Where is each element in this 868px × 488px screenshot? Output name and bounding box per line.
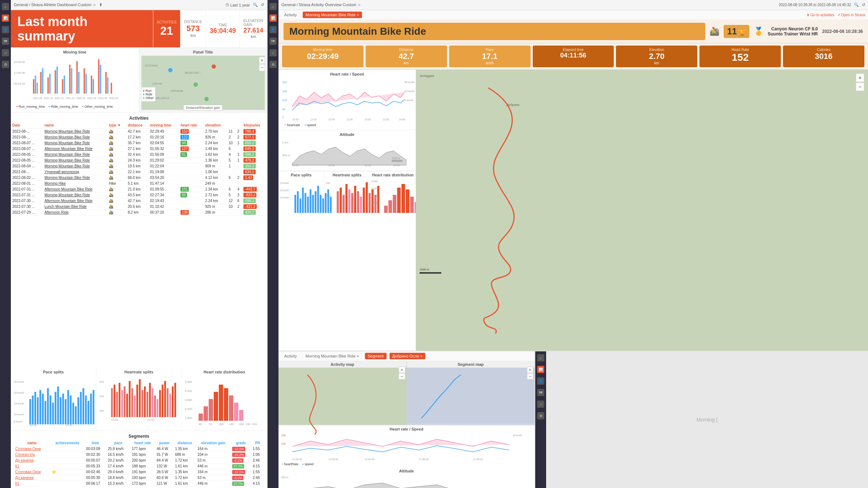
br-nav-3[interactable]: 👤 xyxy=(537,377,544,385)
th-date[interactable]: Date xyxy=(11,122,43,129)
table-row[interactable]: 2022-07-31 ... Morning Mountain Bike Rid… xyxy=(11,192,267,198)
nav-icon-settings[interactable]: ⚙ xyxy=(2,61,9,68)
seg-td-name[interactable]: Столовая Окни xyxy=(14,469,50,475)
table-row[interactable]: 2022-08-02 ... Morning Mountain Bike Rid… xyxy=(11,175,267,181)
th-elevation[interactable]: elevation xyxy=(204,122,227,129)
table-row[interactable]: 2022-07-31 ... Afternoon Mountain Bike R… xyxy=(11,187,267,192)
topbar-icon-share[interactable]: ⬆ xyxy=(99,3,102,7)
seg-th-time[interactable]: time xyxy=(85,440,106,446)
td-name[interactable]: Afternoon Mountain Bike Ride xyxy=(43,146,107,152)
table-row[interactable]: Столовая Окни ⭐ 00:02:46 29.4 km/h 191 b… xyxy=(14,469,264,475)
right-nav-icon-1[interactable]: ⌂ xyxy=(269,3,277,10)
td-name[interactable]: Morning Mountain Bike Ride xyxy=(43,134,107,140)
th-heart-rate[interactable]: heart rate xyxy=(179,122,204,129)
td-name[interactable]: Morning Mountain Bike Ride xyxy=(43,129,107,134)
nav-icon-chart[interactable]: 📊 xyxy=(2,14,9,22)
right-map-zoom-out[interactable]: − xyxy=(856,82,864,91)
tab-activity[interactable]: Activity xyxy=(281,12,300,18)
seg-tab-segment[interactable]: Segment xyxy=(365,353,387,359)
table-row[interactable]: 2022-08-07 ... Afternoon Mountain Bike R… xyxy=(11,146,267,152)
nav-icon-map[interactable]: 🗺 xyxy=(2,38,9,45)
right-nav-icon-4[interactable]: 🗺 xyxy=(269,38,277,45)
td-name[interactable]: Morning Hike xyxy=(43,181,107,187)
td-name[interactable]: Afternoon Ride xyxy=(43,210,107,215)
td-name[interactable]: Lunch Mountain Bike Ride xyxy=(43,204,107,210)
th-type[interactable]: type ▼ xyxy=(107,122,126,129)
topbar-icon-refresh[interactable]: ↺ xyxy=(261,3,264,7)
table-row[interactable]: 2022-08-07 ... Morning Mountain Bike Rid… xyxy=(11,140,267,146)
br-nav-2[interactable]: 📊 xyxy=(537,366,544,373)
seg-th-grade[interactable]: grade xyxy=(231,440,251,446)
map-zoom-out[interactable]: − xyxy=(259,64,265,71)
tab-activity-item[interactable]: Morning Mountain Bike Ride × xyxy=(303,12,362,18)
seg-td-name[interactable]: К1 xyxy=(14,481,50,487)
seg-td-name[interactable]: К1 xyxy=(14,463,50,469)
seg-td-name[interactable]: До канатки xyxy=(14,458,50,463)
nav-icon-person[interactable]: 👤 xyxy=(2,26,9,33)
seg-th-elev[interactable]: elevation gain xyxy=(196,440,231,446)
td-name[interactable]: Morning Mountain Bike Ride xyxy=(43,163,107,169)
activity-mini-zoom-out[interactable]: − xyxy=(399,373,405,380)
table-row[interactable]: 2022-08-... Morning Mountain Bike Ride 🚵… xyxy=(11,129,267,134)
segment-mini-zoom-out[interactable]: − xyxy=(527,373,533,380)
th-kj[interactable]: kilojoules xyxy=(242,122,267,129)
seg-th-hr[interactable]: heart rate xyxy=(130,440,155,446)
right-topbar-search[interactable]: 🔍 xyxy=(854,3,859,7)
td-name[interactable]: Утренний велопоход xyxy=(43,169,107,175)
td-name[interactable]: Morning Mountain Bike Ride xyxy=(43,158,107,163)
table-row[interactable]: Crimean trip 00:02:30 16.5 km/h 191 bpm … xyxy=(14,452,264,458)
table-row[interactable]: Столовая Окни 00:03:09 25.8 km/h 177 bpm… xyxy=(14,446,264,452)
th-distance[interactable]: distance xyxy=(126,122,148,129)
seg-th-achievements[interactable]: achievements xyxy=(50,440,85,446)
table-row[interactable]: 2022-08-... Утренний велопоход 🚵 22.1 km… xyxy=(11,169,267,175)
open-in-strava-link[interactable]: ↗ Open in Strava xyxy=(837,13,865,17)
seg-th-dist[interactable]: distance xyxy=(174,440,196,446)
seg-td-name[interactable]: Столовая Окни xyxy=(14,446,50,452)
right-topbar-refresh[interactable]: ↺ xyxy=(862,3,865,7)
table-row[interactable]: 2022-07-29 ... Afternoon Ride 🚵 8.2 km 0… xyxy=(11,210,267,215)
th-moving-time[interactable]: moving time xyxy=(149,122,179,129)
seg-th-name[interactable]: name xyxy=(14,440,50,446)
topbar-icon-zoom[interactable]: 🔍 xyxy=(253,3,258,7)
td-name[interactable]: Afternoon Mountain Bike Ride xyxy=(43,198,107,204)
segment-mini-zoom-in[interactable]: + xyxy=(527,367,533,373)
seg-tab-dobrino[interactable]: Добрино Осле × xyxy=(390,353,426,359)
br-nav-4[interactable]: 🗺 xyxy=(537,389,544,396)
table-row[interactable]: До канатки 00:05:07 20.2 km/h 200 bpm 84… xyxy=(14,458,264,463)
th-col9[interactable] xyxy=(236,122,242,129)
br-nav-5[interactable]: ☆ xyxy=(537,401,544,408)
seg-td-name[interactable]: Crimean trip xyxy=(14,452,50,458)
td-name[interactable]: Morning Mountain Bike Ride xyxy=(43,192,107,198)
td-name[interactable]: Morning Mountain Bike Ride xyxy=(43,175,107,181)
td-name[interactable]: Morning Mountain Bike Ride xyxy=(43,140,107,146)
activity-mini-zoom-in[interactable]: + xyxy=(399,367,405,373)
seg-th-pace[interactable]: pace xyxy=(106,440,130,446)
br-nav-1[interactable]: ⌂ xyxy=(537,354,544,361)
right-nav-icon-3[interactable]: 👤 xyxy=(269,26,277,33)
table-row[interactable]: 2022-08-01 ... Morning Hike Hike 5.1 km … xyxy=(11,181,267,187)
br-nav-6[interactable]: ⚙ xyxy=(537,412,544,419)
table-row[interactable]: 2022-07-30 ... Afternoon Mountain Bike R… xyxy=(11,198,267,204)
td-name[interactable]: Afternoon Mountain Bike Ride xyxy=(43,187,107,192)
right-nav-icon-2[interactable]: 📊 xyxy=(269,14,277,22)
table-row[interactable]: К1 00:06:17 15.3 km/h 173 bpm 121 W 1.61… xyxy=(14,481,264,487)
table-row[interactable]: 2022-08-05 ... Morning Mountain Bike Rid… xyxy=(11,158,267,163)
nav-icon-home[interactable]: ⌂ xyxy=(2,3,9,10)
table-row[interactable]: До канатки 00:05:30 18.8 km/h 193 bpm 60… xyxy=(14,475,264,481)
seg-th-pr[interactable]: PR xyxy=(251,440,264,446)
td-name[interactable]: Morning Mountain Bike Ride xyxy=(43,152,107,158)
table-row[interactable]: 2022-07-30 ... Lunch Mountain Bike Ride … xyxy=(11,204,267,210)
table-row[interactable]: К1 00:05:33 17.4 km/h 188 bpm 132 W 1.61… xyxy=(14,463,264,469)
nav-icon-star[interactable]: ☆ xyxy=(2,49,9,56)
seg-th-power[interactable]: power xyxy=(155,440,174,446)
right-nav-icon-6[interactable]: ⚙ xyxy=(269,61,277,68)
seg-tab-ride[interactable]: Morning Mountain Bike Ride × xyxy=(303,353,362,359)
table-row[interactable]: 2022-08-... Morning Mountain Bike Ride 🚵… xyxy=(11,134,267,140)
right-map-zoom-in[interactable]: + xyxy=(856,73,864,82)
seg-tab-activity[interactable]: Activity xyxy=(281,353,300,359)
map-zoom-in[interactable]: + xyxy=(259,57,265,64)
seg-td-name[interactable]: До канатки xyxy=(14,475,50,481)
right-nav-icon-5[interactable]: ☆ xyxy=(269,49,277,56)
table-row[interactable]: 2022-08-05 ... Morning Mountain Bike Rid… xyxy=(11,152,267,158)
th-col8[interactable] xyxy=(227,122,236,129)
